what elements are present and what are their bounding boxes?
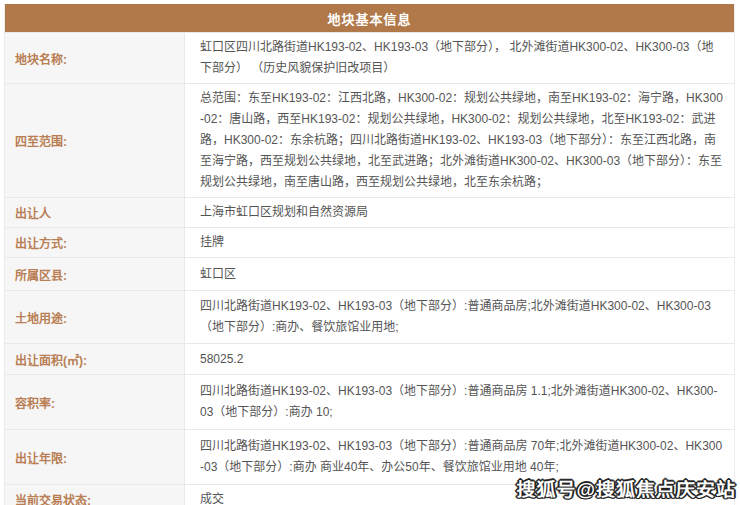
row-label: 所属区县: — [5, 258, 185, 290]
row-value: 挂牌 — [185, 228, 734, 257]
table-row-land-use: 土地用途: 四川北路街道HK193-02、HK193-03（地下部分）:普通商品… — [5, 290, 734, 343]
row-label: 出让面积(㎡): — [5, 344, 185, 374]
row-value: 四川北路街道HK193-02、HK193-03（地下部分）:普通商品房;北外滩街… — [185, 291, 734, 343]
row-value: 总范围：东至HK193-02：江西北路，HK300-02：规划公共绿地，南至HK… — [185, 84, 734, 197]
row-label: 当前交易状态: — [5, 485, 185, 505]
table-row-transfer-method: 出让方式: 挂牌 — [5, 227, 734, 257]
row-label: 出让年限: — [5, 430, 185, 484]
row-value: 58025.2 — [185, 344, 734, 374]
table-row-district: 所属区县: 虹口区 — [5, 257, 734, 290]
row-label: 出让人 — [5, 198, 185, 227]
row-value: 虹口区 — [185, 258, 734, 290]
row-label: 容积率: — [5, 375, 185, 429]
table-row-boundaries: 四至范围: 总范围：东至HK193-02：江西北路，HK300-02：规划公共绿… — [5, 83, 734, 197]
row-value: 四川北路街道HK193-02、HK193-03（地下部分）:普通商品房 1.1;… — [185, 375, 734, 429]
row-value: 上海市虹口区规划和自然资源局 — [185, 198, 734, 227]
row-label: 地块名称: — [5, 33, 185, 83]
land-info-table: 地块基本信息 地块名称: 虹口区四川北路街道HK193-02、HK193-03（… — [4, 4, 735, 505]
table-title: 地块基本信息 — [5, 4, 734, 32]
table-row-transferor: 出让人 上海市虹口区规划和自然资源局 — [5, 197, 734, 227]
row-label: 土地用途: — [5, 291, 185, 343]
table-row-parcel-name: 地块名称: 虹口区四川北路街道HK193-02、HK193-03（地下部分）， … — [5, 32, 734, 83]
table-row-transfer-area: 出让面积(㎡): 58025.2 — [5, 343, 734, 374]
watermark: 搜狐号@搜狐焦点庆安站 — [516, 475, 736, 501]
row-value: 虹口区四川北路街道HK193-02、HK193-03（地下部分）， 北外滩街道H… — [185, 33, 734, 83]
row-label: 四至范围: — [5, 84, 185, 197]
table-row-plot-ratio: 容积率: 四川北路街道HK193-02、HK193-03（地下部分）:普通商品房… — [5, 374, 734, 429]
row-label: 出让方式: — [5, 228, 185, 257]
